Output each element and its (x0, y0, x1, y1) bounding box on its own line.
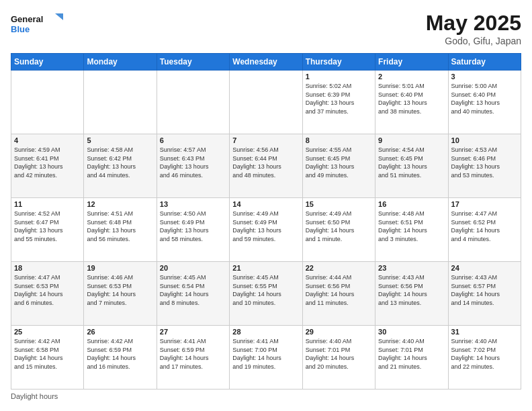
table-row: 23Sunrise: 4:43 AM Sunset: 6:56 PM Dayli… (375, 262, 448, 326)
day-info: Sunrise: 5:00 AM Sunset: 6:40 PM Dayligh… (451, 82, 518, 116)
day-number: 30 (378, 328, 445, 336)
table-row: 13Sunrise: 4:50 AM Sunset: 6:49 PM Dayli… (157, 198, 229, 262)
table-row: 20Sunrise: 4:45 AM Sunset: 6:54 PM Dayli… (157, 262, 229, 326)
day-info: Sunrise: 4:49 AM Sunset: 6:50 PM Dayligh… (306, 210, 372, 243)
table-row: 16Sunrise: 4:48 AM Sunset: 6:51 PM Dayli… (375, 198, 448, 262)
logo-svg: General Blue (11, 11, 64, 38)
table-row: 9Sunrise: 4:54 AM Sunset: 6:45 PM Daylig… (375, 134, 448, 198)
day-info: Sunrise: 4:51 AM Sunset: 6:48 PM Dayligh… (87, 210, 153, 243)
day-info: Sunrise: 4:41 AM Sunset: 7:00 PM Dayligh… (232, 337, 299, 371)
calendar-week-row: 4Sunrise: 4:59 AM Sunset: 6:41 PM Daylig… (11, 134, 521, 198)
day-info: Sunrise: 4:52 AM Sunset: 6:47 PM Dayligh… (14, 210, 81, 243)
col-friday: Friday (375, 54, 448, 71)
footer-note: Daylight hours (11, 392, 521, 400)
svg-marker-3 (55, 13, 63, 20)
day-info: Sunrise: 4:57 AM Sunset: 6:43 PM Dayligh… (160, 146, 226, 179)
day-number: 4 (14, 136, 81, 144)
day-info: Sunrise: 4:53 AM Sunset: 6:46 PM Dayligh… (451, 146, 518, 179)
day-info: Sunrise: 4:45 AM Sunset: 6:55 PM Dayligh… (232, 273, 299, 307)
table-row: 21Sunrise: 4:45 AM Sunset: 6:55 PM Dayli… (230, 262, 302, 326)
table-row (157, 71, 229, 134)
calendar-table: Sunday Monday Tuesday Wednesday Thursday… (11, 53, 521, 390)
day-number: 9 (378, 136, 445, 144)
table-row: 29Sunrise: 4:40 AM Sunset: 7:01 PM Dayli… (302, 326, 375, 390)
table-row: 14Sunrise: 4:49 AM Sunset: 6:49 PM Dayli… (230, 198, 302, 262)
day-number: 1 (306, 73, 372, 81)
day-info: Sunrise: 4:48 AM Sunset: 6:51 PM Dayligh… (378, 210, 445, 243)
calendar-week-row: 25Sunrise: 4:42 AM Sunset: 6:58 PM Dayli… (11, 326, 521, 390)
day-number: 12 (87, 200, 153, 208)
table-row: 19Sunrise: 4:46 AM Sunset: 6:53 PM Dayli… (84, 262, 157, 326)
day-number: 11 (14, 200, 81, 208)
table-row: 24Sunrise: 4:43 AM Sunset: 6:57 PM Dayli… (448, 262, 521, 326)
table-row (84, 71, 157, 134)
day-number: 25 (14, 328, 81, 336)
day-info: Sunrise: 4:43 AM Sunset: 6:56 PM Dayligh… (378, 273, 445, 307)
location: Godo, Gifu, Japan (426, 36, 521, 46)
day-info: Sunrise: 4:42 AM Sunset: 6:59 PM Dayligh… (87, 337, 153, 371)
day-number: 20 (160, 264, 226, 272)
table-row: 10Sunrise: 4:53 AM Sunset: 6:46 PM Dayli… (448, 134, 521, 198)
table-row: 5Sunrise: 4:58 AM Sunset: 6:42 PM Daylig… (84, 134, 157, 198)
table-row: 26Sunrise: 4:42 AM Sunset: 6:59 PM Dayli… (84, 326, 157, 390)
day-info: Sunrise: 4:47 AM Sunset: 6:53 PM Dayligh… (14, 273, 81, 307)
table-row: 6Sunrise: 4:57 AM Sunset: 6:43 PM Daylig… (157, 134, 229, 198)
day-number: 10 (451, 136, 518, 144)
title-block: May 2025 Godo, Gifu, Japan (426, 11, 521, 46)
day-number: 27 (160, 328, 226, 336)
calendar-header-row: Sunday Monday Tuesday Wednesday Thursday… (11, 54, 521, 71)
day-info: Sunrise: 4:40 AM Sunset: 7:01 PM Dayligh… (378, 337, 445, 371)
day-number: 18 (14, 264, 81, 272)
day-info: Sunrise: 4:40 AM Sunset: 7:02 PM Dayligh… (451, 337, 518, 371)
day-info: Sunrise: 4:44 AM Sunset: 6:56 PM Dayligh… (306, 273, 372, 307)
table-row: 8Sunrise: 4:55 AM Sunset: 6:45 PM Daylig… (302, 134, 375, 198)
daylight-hours-label: Daylight hours (11, 392, 58, 400)
table-row: 22Sunrise: 4:44 AM Sunset: 6:56 PM Dayli… (302, 262, 375, 326)
day-info: Sunrise: 4:50 AM Sunset: 6:49 PM Dayligh… (160, 210, 226, 243)
day-number: 2 (378, 73, 445, 81)
day-info: Sunrise: 4:46 AM Sunset: 6:53 PM Dayligh… (87, 273, 153, 307)
calendar-week-row: 18Sunrise: 4:47 AM Sunset: 6:53 PM Dayli… (11, 262, 521, 326)
day-info: Sunrise: 4:43 AM Sunset: 6:57 PM Dayligh… (451, 273, 518, 307)
table-row: 31Sunrise: 4:40 AM Sunset: 7:02 PM Dayli… (448, 326, 521, 390)
day-number: 15 (306, 200, 372, 208)
day-number: 14 (232, 200, 299, 208)
col-thursday: Thursday (302, 54, 375, 71)
day-info: Sunrise: 4:56 AM Sunset: 6:44 PM Dayligh… (232, 146, 299, 179)
day-number: 6 (160, 136, 226, 144)
table-row: 17Sunrise: 4:47 AM Sunset: 6:52 PM Dayli… (448, 198, 521, 262)
day-info: Sunrise: 4:47 AM Sunset: 6:52 PM Dayligh… (451, 210, 518, 243)
day-number: 23 (378, 264, 445, 272)
day-number: 3 (451, 73, 518, 81)
day-number: 24 (451, 264, 518, 272)
day-number: 17 (451, 200, 518, 208)
day-info: Sunrise: 5:02 AM Sunset: 6:39 PM Dayligh… (306, 82, 372, 116)
day-info: Sunrise: 4:54 AM Sunset: 6:45 PM Dayligh… (378, 146, 445, 179)
col-tuesday: Tuesday (157, 54, 229, 71)
day-number: 28 (232, 328, 299, 336)
day-number: 26 (87, 328, 153, 336)
day-number: 21 (232, 264, 299, 272)
table-row: 2Sunrise: 5:01 AM Sunset: 6:40 PM Daylig… (375, 71, 448, 134)
col-sunday: Sunday (11, 54, 84, 71)
col-monday: Monday (84, 54, 157, 71)
table-row: 11Sunrise: 4:52 AM Sunset: 6:47 PM Dayli… (11, 198, 84, 262)
table-row: 7Sunrise: 4:56 AM Sunset: 6:44 PM Daylig… (230, 134, 302, 198)
day-number: 5 (87, 136, 153, 144)
day-number: 31 (451, 328, 518, 336)
svg-text:Blue: Blue (11, 24, 30, 34)
day-info: Sunrise: 4:58 AM Sunset: 6:42 PM Dayligh… (87, 146, 153, 179)
header: General Blue May 2025 Godo, Gifu, Japan (11, 11, 521, 46)
day-info: Sunrise: 4:49 AM Sunset: 6:49 PM Dayligh… (232, 210, 299, 243)
calendar-week-row: 11Sunrise: 4:52 AM Sunset: 6:47 PM Dayli… (11, 198, 521, 262)
calendar-body: 1Sunrise: 5:02 AM Sunset: 6:39 PM Daylig… (11, 71, 521, 390)
day-number: 22 (306, 264, 372, 272)
table-row: 1Sunrise: 5:02 AM Sunset: 6:39 PM Daylig… (302, 71, 375, 134)
table-row: 12Sunrise: 4:51 AM Sunset: 6:48 PM Dayli… (84, 198, 157, 262)
svg-text:General: General (11, 14, 43, 24)
day-info: Sunrise: 4:55 AM Sunset: 6:45 PM Dayligh… (306, 146, 372, 179)
table-row: 30Sunrise: 4:40 AM Sunset: 7:01 PM Dayli… (375, 326, 448, 390)
day-info: Sunrise: 4:45 AM Sunset: 6:54 PM Dayligh… (160, 273, 226, 307)
month-year: May 2025 (426, 11, 521, 36)
table-row (11, 71, 84, 134)
